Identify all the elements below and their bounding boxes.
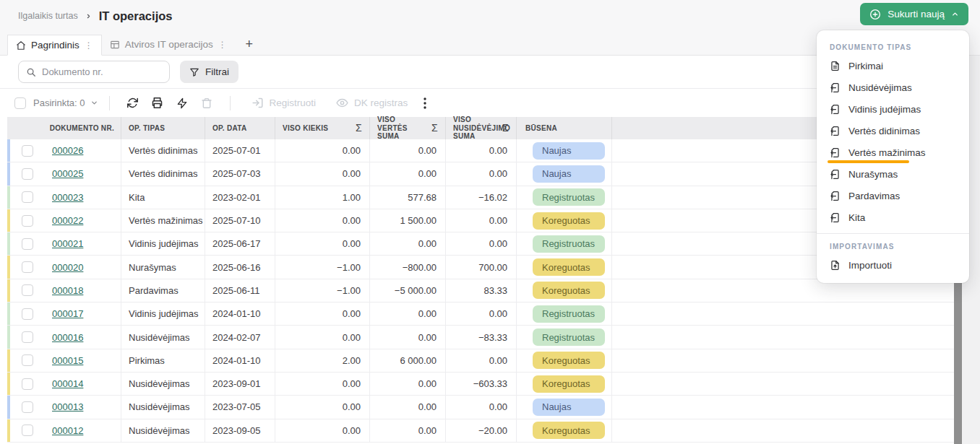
document-link[interactable]: 000013	[52, 401, 83, 412]
op-type-cell: Vidinis judėjimas	[121, 302, 205, 325]
document-link[interactable]: 000017	[52, 308, 83, 319]
menu-item-nurašymas[interactable]: Nurašymas	[817, 163, 969, 185]
row-checkbox[interactable]	[22, 145, 33, 157]
status-badge: Registruotas	[533, 235, 605, 253]
create-new-label: Sukurti naują	[887, 9, 945, 19]
table-row[interactable]: 000021 Vidinis judėjimas 2025-06-17 0.00…	[7, 232, 954, 256]
menu-item-vertės-didinimas[interactable]: Vertės didinimas	[817, 120, 969, 142]
table-row[interactable]: 000012 Nusidėvėjimas 2023-09-05 0.00 0.0…	[7, 419, 954, 443]
document-link[interactable]: 000014	[52, 378, 83, 389]
row-checkbox[interactable]	[22, 284, 33, 296]
row-checkbox[interactable]	[22, 168, 33, 180]
row-checkbox[interactable]	[22, 401, 33, 413]
tab-label: Atviros IT operacijos	[125, 39, 213, 50]
table-row[interactable]: 000026 Vertės didinimas 2025-07-01 0.00 …	[7, 139, 954, 162]
table-row[interactable]: 000013 Nusidėvėjimas 2023-07-05 0.00 0.0…	[7, 396, 954, 419]
row-checkbox[interactable]	[22, 238, 33, 250]
op-date-cell: 2025-06-16	[205, 256, 275, 278]
select-all-checkbox[interactable]	[14, 97, 26, 109]
document-link[interactable]: 000021	[52, 238, 83, 249]
document-link[interactable]: 000016	[52, 332, 83, 343]
row-checkbox[interactable]	[22, 425, 33, 436]
document-link[interactable]: 000015	[52, 355, 83, 366]
operations-table: DOKUMENTO NR. OP. TIPAS OP. DATA VISO KI…	[7, 117, 954, 443]
table-row[interactable]: 000023 Kita 2023-02-01 1.00 577.68 −16.0…	[7, 186, 954, 209]
sum-icon[interactable]: Σ	[431, 122, 438, 134]
menu-item-importuoti[interactable]: Importuoti	[817, 254, 969, 276]
table-row[interactable]: 000020 Nurašymas 2025-06-16 −1.00 −800.0…	[7, 256, 954, 279]
row-checkbox[interactable]	[22, 354, 33, 366]
value-cell: −800.00	[370, 256, 446, 278]
table-header: DOKUMENTO NR. OP. TIPAS OP. DATA VISO KI…	[7, 117, 954, 139]
row-checkbox[interactable]	[22, 191, 33, 203]
depreciation-cell: −83.33	[446, 326, 517, 348]
sum-icon[interactable]: Σ	[356, 122, 362, 134]
status-badge: Naujas	[533, 165, 605, 183]
create-new-button[interactable]: Sukurti naują	[860, 3, 968, 25]
bolt-icon-button[interactable]	[173, 95, 191, 112]
document-link[interactable]: 000012	[52, 425, 83, 436]
document-link[interactable]: 000025	[52, 168, 83, 179]
tab-options-icon[interactable]: ⋮	[85, 41, 93, 50]
filters-button[interactable]: Filtrai	[180, 61, 238, 83]
value-cell: 0.00	[370, 232, 446, 255]
menu-section-dokumento-tipas: DOKUMENTO TIPAS	[817, 36, 969, 55]
search-input[interactable]	[42, 66, 169, 77]
filler-cell	[612, 373, 954, 395]
document-link[interactable]: 000020	[52, 262, 83, 273]
filter-funnel-icon	[189, 67, 199, 77]
menu-item-kita[interactable]: Kita	[817, 206, 969, 228]
row-checkbox[interactable]	[22, 215, 33, 227]
breadcrumb-parent[interactable]: Ilgalaikis turtas	[18, 11, 78, 21]
sum-icon[interactable]: Σ	[502, 122, 509, 134]
menu-item-vertės-mažinimas[interactable]: Vertės mažinimas	[817, 142, 969, 163]
tab-pagrindinis[interactable]: Pagrindinis ⋮	[7, 35, 102, 56]
op-type-cell: Pirkimas	[121, 349, 205, 372]
status-badge: Naujas	[533, 399, 605, 416]
menu-item-vidinis-judėjimas[interactable]: Vidinis judėjimas	[817, 98, 969, 120]
chevron-up-icon	[951, 10, 959, 18]
depreciation-cell: 0.00	[446, 232, 517, 255]
document-link[interactable]: 000018	[52, 285, 83, 296]
more-options-icon[interactable]	[424, 97, 426, 109]
col-busena[interactable]: BŪSENA	[517, 117, 612, 139]
col-op-data[interactable]: OP. DATA	[205, 117, 275, 139]
menu-item-pirkimai[interactable]: Pirkimai	[817, 55, 969, 77]
table-row[interactable]: 000014 Nusidėvėjimas 2023-09-01 0.00 0.0…	[7, 373, 954, 396]
col-viso-kiekis[interactable]: VISO KIEKIS Σ	[275, 117, 370, 139]
row-checkbox[interactable]	[22, 331, 33, 343]
menu-item-pardavimas[interactable]: Pardavimas	[817, 185, 969, 206]
dk-registras-button: DK registras	[336, 97, 408, 109]
row-checkbox[interactable]	[22, 378, 33, 390]
col-viso-vertes-suma[interactable]: VISO VERTĖS SUMA Σ	[370, 117, 446, 139]
table-row[interactable]: 000015 Pirkimas 2024-01-10 2.00 6 000.00…	[7, 349, 954, 373]
document-link[interactable]: 000026	[52, 145, 83, 156]
print-button[interactable]	[149, 95, 166, 112]
table-row[interactable]: 000016 Nusidėvėjimas 2024-02-07 0.00 0.0…	[7, 326, 954, 349]
tab-options-icon[interactable]: ⋮	[218, 40, 227, 49]
menu-item-nusidėvėjimas[interactable]: Nusidėvėjimas	[817, 77, 969, 98]
search-box[interactable]	[18, 61, 170, 83]
qty-cell: 0.00	[275, 396, 370, 418]
op-type-cell: Nusidėvėjimas	[121, 373, 205, 395]
value-cell: 0.00	[370, 139, 446, 162]
col-op-tipas[interactable]: OP. TIPAS	[121, 117, 205, 139]
depreciation-cell: −16.02	[446, 186, 517, 209]
document-link[interactable]: 000023	[52, 192, 83, 203]
row-checkbox[interactable]	[22, 261, 33, 273]
qty-cell: 0.00	[275, 232, 370, 255]
depreciation-cell: −20.00	[446, 419, 517, 442]
value-cell: 6 000.00	[370, 349, 446, 372]
add-tab-button[interactable]: +	[235, 34, 264, 55]
table-row[interactable]: 000018 Pardavimas 2025-06-11 −1.00 −5 00…	[7, 279, 954, 302]
col-dokumento-nr[interactable]: DOKUMENTO NR.	[7, 117, 121, 139]
refresh-button[interactable]	[124, 95, 142, 112]
chevron-down-icon[interactable]	[90, 99, 98, 107]
table-row[interactable]: 000022 Vertės mažinimas 2025-07-10 0.00 …	[7, 209, 954, 232]
table-row[interactable]: 000025 Vertės didinimas 2025-07-03 0.00 …	[7, 162, 954, 186]
tab-atviros-it-operacijos[interactable]: Atviros IT operacijos ⋮	[102, 34, 235, 55]
row-checkbox[interactable]	[22, 308, 33, 320]
col-viso-nusidevejimo-suma[interactable]: VISO NUSIDĖVĖJIMO SUMA Σ	[446, 117, 517, 139]
table-row[interactable]: 000017 Vidinis judėjimas 2024-01-10 0.00…	[7, 302, 954, 326]
document-link[interactable]: 000022	[52, 215, 83, 226]
